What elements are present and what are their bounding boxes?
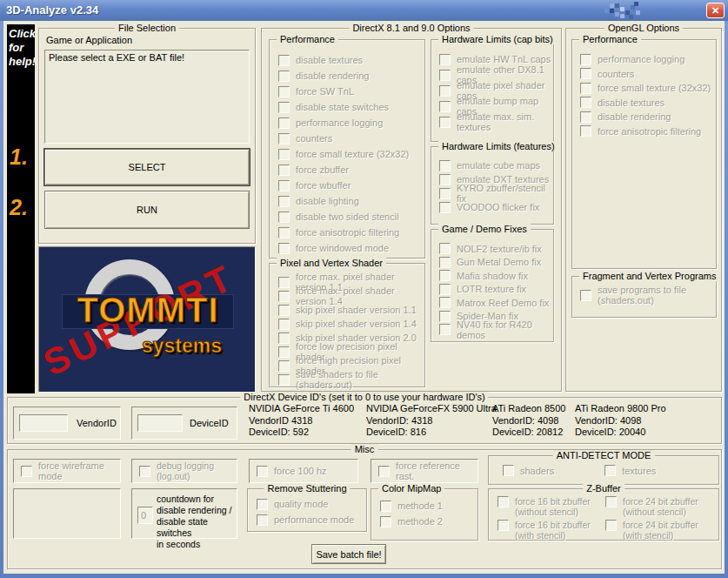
checkbox-item[interactable]: disable two sided stencil xyxy=(278,209,409,225)
checkbox-item[interactable]: shaders xyxy=(503,465,554,476)
checkbox[interactable] xyxy=(278,319,290,330)
checkbox-item[interactable]: performance logging xyxy=(278,115,409,131)
checkbox[interactable] xyxy=(604,465,616,476)
checkbox[interactable] xyxy=(278,180,290,192)
checkbox[interactable] xyxy=(605,520,617,531)
checkbox-item[interactable]: force anisotropic filtering xyxy=(580,124,711,139)
checkbox-item[interactable]: emulate cube maps xyxy=(439,158,553,172)
checkbox-item[interactable]: force small texture (32x32) xyxy=(278,146,409,162)
checkbox-item[interactable]: VOODOO flicker fix xyxy=(439,200,553,214)
checkbox[interactable] xyxy=(439,174,451,185)
checkbox[interactable] xyxy=(439,188,451,199)
checkbox[interactable] xyxy=(278,118,290,129)
close-button[interactable]: ✕ xyxy=(706,3,725,18)
checkbox[interactable] xyxy=(380,501,391,512)
checkbox-item[interactable]: force max. pixel shader version 1.4 xyxy=(278,289,424,303)
checkbox[interactable] xyxy=(278,133,290,144)
checkbox[interactable] xyxy=(580,97,591,108)
checkbox[interactable] xyxy=(278,374,290,386)
checkbox-item[interactable]: force windowed mode xyxy=(278,240,409,256)
checkbox-item[interactable]: quality mode xyxy=(257,496,354,512)
checkbox[interactable] xyxy=(580,111,591,123)
checkbox[interactable] xyxy=(257,514,268,526)
checkbox[interactable] xyxy=(439,297,451,308)
checkbox-item[interactable]: disable rendering xyxy=(580,110,711,124)
checkbox[interactable] xyxy=(278,165,290,176)
checkbox-item[interactable]: force reference rast. xyxy=(378,460,478,481)
checkbox[interactable] xyxy=(278,149,290,160)
checkbox[interactable] xyxy=(498,520,509,531)
checkbox-item[interactable]: NOLF2 texture/ib fix xyxy=(439,242,553,256)
checkbox[interactable] xyxy=(278,212,290,223)
checkbox-item[interactable]: skip pixel shader version 1.1 xyxy=(278,303,424,317)
checkbox[interactable] xyxy=(278,196,290,207)
checkbox[interactable] xyxy=(605,496,617,507)
checkbox-item[interactable]: save programs to file (shaders.out) xyxy=(580,287,716,303)
checkbox[interactable] xyxy=(439,257,451,268)
checkbox[interactable] xyxy=(378,466,390,477)
checkbox-item[interactable]: disable state switches xyxy=(278,99,409,115)
checkbox-item[interactable]: force 16 bit zbuffer (without stencil) xyxy=(498,496,605,517)
checkbox-item[interactable]: force SW TnL xyxy=(278,84,409,99)
checkbox-item[interactable]: LOTR texture fix xyxy=(439,283,553,297)
checkbox-item[interactable]: disable textures xyxy=(580,96,711,111)
countdown-input[interactable] xyxy=(137,507,153,524)
checkbox-item[interactable]: disable textures xyxy=(278,52,409,68)
checkbox-item[interactable]: force 100 hz xyxy=(257,466,327,477)
checkbox-item[interactable]: textures xyxy=(604,465,656,476)
checkbox[interactable] xyxy=(439,202,451,213)
checkbox-item[interactable]: NV40 fix for R420 demos xyxy=(439,323,553,337)
checkbox-item[interactable]: counters xyxy=(278,131,409,146)
checkbox-item[interactable]: counters xyxy=(580,67,711,82)
checkbox[interactable] xyxy=(257,466,268,477)
checkbox[interactable] xyxy=(439,117,451,128)
checkbox[interactable] xyxy=(580,68,591,79)
checkbox[interactable] xyxy=(21,466,32,477)
checkbox[interactable] xyxy=(439,284,451,295)
checkbox-item[interactable]: methode 2 xyxy=(380,514,443,529)
checkbox-item[interactable]: Mafia shadow fix xyxy=(439,269,553,283)
checkbox-item[interactable]: force 24 bit zbuffer (without stencil) xyxy=(605,496,713,517)
checkbox-item[interactable]: emulate max. sim. textures xyxy=(439,114,553,130)
run-button[interactable]: RUN xyxy=(44,191,250,229)
checkbox-item[interactable]: force 16 bit zbuffer (with stencil) xyxy=(498,520,605,541)
checkbox[interactable] xyxy=(278,86,290,97)
checkbox[interactable] xyxy=(439,101,451,112)
checkbox[interactable] xyxy=(278,360,290,372)
checkbox-item[interactable]: Gun Metal Demo fix xyxy=(439,256,553,270)
checkbox-item[interactable]: save shaders to file (shaders.out) xyxy=(278,373,424,386)
checkbox[interactable] xyxy=(439,324,451,335)
help-link[interactable]: Click for help! xyxy=(9,27,36,69)
checkbox[interactable] xyxy=(380,516,391,528)
checkbox-item[interactable]: force zbuffer xyxy=(278,162,409,178)
select-button[interactable]: SELECT xyxy=(44,149,250,185)
checkbox-item[interactable]: skip pixel shader version 1.4 xyxy=(278,317,424,331)
file-path-box[interactable]: Please select a EXE or BAT file! xyxy=(44,50,250,144)
checkbox[interactable] xyxy=(278,71,290,82)
checkbox[interactable] xyxy=(278,243,290,254)
checkbox[interactable] xyxy=(498,496,509,507)
checkbox-item[interactable]: disable lighting xyxy=(278,193,409,209)
checkbox-item[interactable]: performance mode xyxy=(257,512,354,528)
checkbox[interactable] xyxy=(278,227,290,239)
checkbox[interactable] xyxy=(278,277,290,288)
checkbox[interactable] xyxy=(580,83,591,94)
checkbox-item[interactable]: Matrox Reef Demo fix xyxy=(439,296,553,310)
checkbox[interactable] xyxy=(439,70,451,81)
checkbox-item[interactable]: force 24 bit zbuffer (with stencil) xyxy=(605,520,713,541)
checkbox[interactable] xyxy=(139,466,150,477)
checkbox[interactable] xyxy=(580,290,591,301)
vendor-id-input[interactable] xyxy=(19,414,68,432)
checkbox[interactable] xyxy=(439,160,451,171)
checkbox-item[interactable]: force small texture (32x32) xyxy=(580,81,711,96)
checkbox-item[interactable]: KYRO zbuffer/stencil fix xyxy=(439,186,553,200)
checkbox[interactable] xyxy=(439,311,451,322)
checkbox-item[interactable]: debug logging (log.out) xyxy=(139,460,237,481)
checkbox[interactable] xyxy=(439,54,451,65)
checkbox[interactable] xyxy=(257,499,268,510)
checkbox[interactable] xyxy=(278,346,290,358)
checkbox[interactable] xyxy=(278,102,290,113)
checkbox[interactable] xyxy=(278,291,290,302)
checkbox-item[interactable]: force anisotropic filtering xyxy=(278,225,409,240)
checkbox[interactable] xyxy=(503,465,514,476)
